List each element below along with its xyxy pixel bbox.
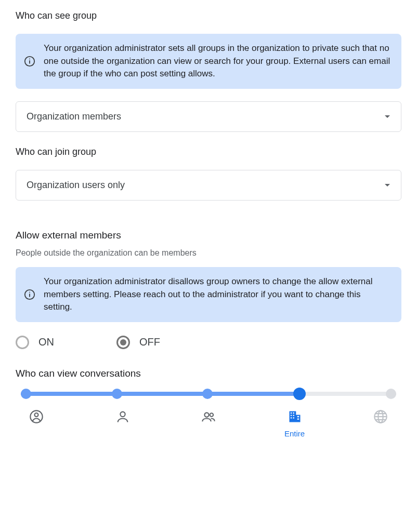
globe-icon [373, 409, 388, 426]
allow-external-info-text: Your organization administrator disallow… [44, 275, 391, 314]
who-can-view-convos-label: Who can view conversations [16, 368, 401, 379]
chevron-down-icon [384, 112, 390, 121]
svg-point-9 [204, 413, 208, 417]
allow-external-description: People outside the organization can be m… [16, 248, 401, 258]
slider-stop-active[interactable] [293, 388, 306, 400]
people-icon [201, 409, 216, 426]
slider-label-entire: Entire [284, 429, 305, 438]
slider-stop[interactable] [112, 389, 122, 399]
who-can-see-select[interactable]: Organization members [16, 101, 401, 132]
who-can-see-info-text: Your organization administrator sets all… [44, 42, 391, 81]
allow-external-off-radio[interactable]: OFF [116, 336, 160, 349]
radio-label-on: ON [38, 336, 54, 348]
svg-point-10 [210, 413, 214, 417]
allow-external-info-box: Your organization administrator disallow… [16, 267, 401, 322]
who-can-join-select-value: Organization users only [27, 180, 125, 191]
radio-icon [116, 336, 130, 349]
info-icon [24, 56, 35, 67]
svg-point-2 [29, 58, 30, 59]
who-can-see-select-value: Organization members [27, 111, 121, 122]
slider-stop[interactable] [202, 389, 213, 399]
chevron-down-icon [384, 180, 390, 190]
who-can-see-group-label: Who can see group [16, 10, 401, 21]
account-circle-icon [29, 409, 44, 426]
svg-point-5 [29, 291, 30, 292]
radio-icon [16, 336, 29, 349]
who-can-see-info-box: Your organization administrator sets all… [16, 34, 401, 89]
who-can-join-select[interactable]: Organization users only [16, 170, 401, 201]
svg-point-7 [35, 413, 38, 417]
radio-label-off: OFF [139, 336, 160, 348]
allow-external-on-radio[interactable]: ON [16, 336, 54, 349]
who-can-view-slider[interactable]: Entire [16, 392, 401, 438]
who-can-join-group-label: Who can join group [16, 147, 401, 157]
info-icon [24, 289, 35, 300]
building-icon [288, 409, 302, 426]
allow-external-heading: Allow external members [16, 230, 401, 241]
slider-stop[interactable] [386, 389, 396, 399]
slider-stop[interactable] [21, 389, 31, 399]
svg-point-8 [120, 412, 125, 417]
person-icon [115, 409, 130, 426]
